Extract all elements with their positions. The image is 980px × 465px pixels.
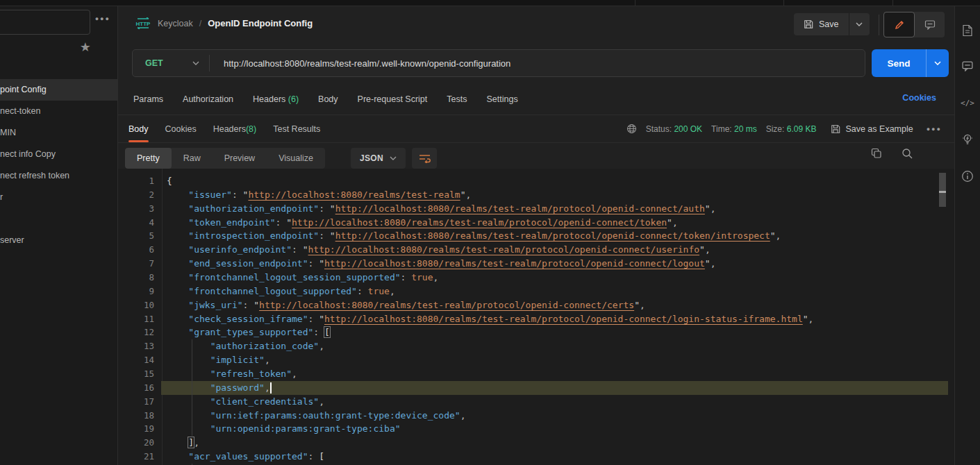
tab-separator [783,0,784,6]
response-more-icon[interactable]: ●●● [927,126,942,133]
code-line[interactable]: 3 "authorization_endpoint": "http://loca… [118,202,954,216]
breadcrumb-collection[interactable]: Keycloak [158,19,193,28]
url-input[interactable] [210,58,865,69]
request-tab-params[interactable]: Params [133,94,163,104]
send-button-group: Send [872,49,949,77]
code-line[interactable]: 6 "userinfo_endpoint": "http://localhost… [118,243,954,257]
code-line[interactable]: 20 ], [118,436,954,450]
code-line[interactable]: 8 "frontchannel_logout_session_supported… [118,271,954,285]
code-line[interactable]: 16 "password", [118,381,954,395]
sidebar-item-nect-refresh-token[interactable]: nect refresh token [0,165,117,187]
json-token-q: " [303,244,308,255]
response-tab-cookies[interactable]: Cookies [165,115,197,142]
request-tab-tests[interactable]: Tests [447,94,467,104]
json-link[interactable]: http://localhost:8080/realms/test-realm/… [259,300,634,310]
code-line[interactable]: 17 "client_credentials", [118,395,954,409]
request-tab-pre-request-script[interactable]: Pre-request Script [358,94,428,104]
request-tab-body[interactable]: Body [318,94,338,104]
json-token-sp [167,355,210,365]
code-line[interactable]: 19 "urn:openid:params:grant-type:ciba" [118,422,954,436]
code-line[interactable]: 15 "refresh_token", [118,367,954,381]
sidebar-item-nect-info-copy[interactable]: nect info Copy [0,144,117,165]
current-line-highlight [161,381,948,395]
sidebar-search-input[interactable] [0,10,90,35]
response-tab-body[interactable]: Body [128,115,149,142]
code-line[interactable]: 10 "jwks_uri": "http://localhost:8080/re… [118,298,954,312]
copy-icon[interactable] [871,148,882,159]
sidebar-item-nect-token[interactable]: nect-token [0,101,117,122]
code-line[interactable]: 7 "end_session_endpoint": "http://localh… [118,257,954,271]
comments-panel-icon[interactable] [962,60,974,71]
line-number: 17 [118,395,154,409]
request-tab-authorization[interactable]: Authorization [183,94,233,104]
code-line[interactable]: 11 "check_session_iframe": "http://local… [118,312,954,326]
sidebar-item-server[interactable]: server [0,230,117,251]
view-tab-visualize[interactable]: Visualize [267,148,325,169]
line-number: 6 [118,243,154,257]
send-button[interactable]: Send [872,49,926,77]
sidebar-item-min[interactable]: MIN [0,122,117,144]
line-number: 5 [118,229,154,243]
lightbulb-icon[interactable] [962,133,974,146]
cookies-link[interactable]: Cookies [902,93,936,103]
json-token-sp [167,230,188,241]
favorite-star-icon[interactable]: ★ [80,40,91,55]
view-tab-pretty[interactable]: Pretty [125,148,172,169]
view-tab-raw[interactable]: Raw [172,148,213,169]
view-tab-preview[interactable]: Preview [213,148,267,169]
json-token-sp [167,396,210,407]
json-token-pun: , [705,244,711,255]
response-tab-test-results[interactable]: Test Results [273,115,320,142]
info-icon[interactable] [961,170,974,183]
wrap-lines-button[interactable] [412,148,437,169]
json-link[interactable]: http://localhost:8080/realms/test-realm [248,189,460,200]
code-line[interactable]: 21 "acr_values_supported": [ [118,450,954,464]
json-link[interactable]: http://localhost:8080/realms/test-realm/… [308,244,700,255]
code-line[interactable]: 13 "authorization_code", [118,339,954,353]
line-text: "refresh_token", [167,369,297,379]
scrollbar-thumb[interactable] [939,173,946,207]
save-as-example-button[interactable]: Save as Example [831,124,913,134]
code-line[interactable]: 14 "implicit", [118,353,954,367]
json-link[interactable]: http://localhost:8080/realms/test-realm/… [324,258,705,269]
sidebar-item-r[interactable]: r [0,187,117,208]
send-options-button[interactable] [926,49,949,77]
code-snippet-icon[interactable]: </> [961,99,974,108]
comments-button[interactable] [915,12,945,37]
response-tab-headers[interactable]: Headers (8) [213,115,257,142]
code-line[interactable]: 2 "issuer": "http://localhost:8080/realm… [118,188,954,202]
json-link[interactable]: http://localhost:8080/realms/test-realm/… [335,230,770,241]
response-meta: Status: 200 OK Time: 20 ms Size: 6.09 KB… [626,115,942,142]
response-tabs: BodyCookiesHeaders (8)Test Results [128,115,320,142]
code-line[interactable]: 18 "urn:ietf:params:oauth:grant-type:dev… [118,409,954,423]
edit-mode-button[interactable] [883,12,915,37]
editor-scrollbar[interactable] [939,173,946,465]
request-tab-headers[interactable]: Headers (6) [253,94,299,104]
json-token-q: " [705,258,711,269]
network-globe-icon[interactable] [626,124,637,134]
json-link[interactable]: http://localhost:8080/realms/test-realm/… [335,203,705,214]
request-tab-settings[interactable]: Settings [486,94,517,104]
method-dropdown-button[interactable] [192,61,199,65]
json-token-bool: true [368,286,390,296]
save-options-button[interactable] [849,13,870,35]
code-line[interactable]: 1{ [118,174,954,188]
format-dropdown[interactable]: JSON [351,148,406,169]
code-line[interactable]: 5 "introspection_endpoint": "http://loca… [118,229,954,243]
chevron-down-icon [856,22,863,26]
json-link[interactable]: http://localhost:8080/realms/test-realm/… [324,314,803,324]
code-line[interactable]: 9 "frontchannel_logout_supported": true, [118,285,954,298]
sidebar-more-icon[interactable]: ●●● [95,15,110,22]
code-line[interactable]: 12 "grant_types_supported": [ [118,326,954,339]
svg-text:HTTP: HTTP [136,21,151,27]
chevron-down-icon [934,61,941,65]
sidebar-item-point-config[interactable]: point Config [0,79,117,101]
breadcrumb-separator: / [199,19,201,28]
code-line[interactable]: 4 "token_endpoint": "http://localhost:80… [118,216,954,230]
request-title[interactable]: OpenID Endpoint Config [208,18,313,28]
save-button[interactable]: Save [794,13,849,35]
json-link[interactable]: http://localhost:8080/realms/test-realm/… [292,217,667,228]
method-selector[interactable]: GET [133,58,192,68]
search-icon[interactable] [902,148,913,159]
documentation-icon[interactable] [962,24,974,37]
